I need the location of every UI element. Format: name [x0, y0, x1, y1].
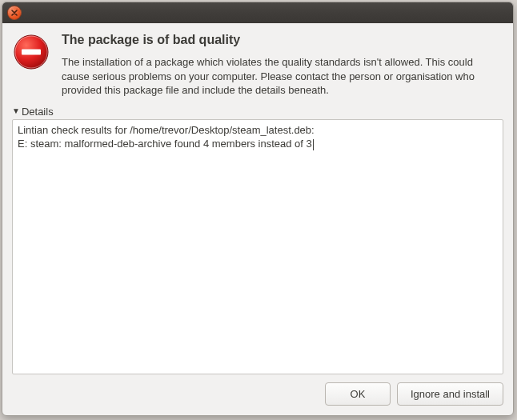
details-textarea[interactable]: Lintian check results for /home/trevor/D…: [12, 119, 503, 374]
dialog-message: The installation of a package which viol…: [62, 55, 503, 98]
dialog-window: The package is of bad quality The instal…: [2, 2, 514, 416]
details-expander[interactable]: ▼ Details: [12, 106, 503, 118]
details-line: E: steam: malformed-deb-archive found 4 …: [18, 137, 498, 151]
button-row: OK Ignore and install: [12, 382, 503, 406]
close-button[interactable]: [7, 6, 22, 20]
ok-button[interactable]: OK: [325, 382, 391, 406]
details-line: Lintian check results for /home/trevor/D…: [18, 123, 498, 138]
dialog-title: The package is of bad quality: [62, 33, 503, 47]
header-row: The package is of bad quality The instal…: [12, 33, 503, 98]
details-label: Details: [22, 106, 54, 118]
dialog-content: The package is of bad quality The instal…: [2, 23, 513, 415]
chevron-down-icon: ▼: [12, 107, 20, 115]
header-text: The package is of bad quality The instal…: [62, 33, 503, 98]
error-icon: [12, 33, 50, 71]
ignore-install-button[interactable]: Ignore and install: [397, 382, 503, 406]
titlebar: [2, 2, 513, 23]
close-icon: [11, 10, 18, 16]
svg-rect-2: [22, 50, 41, 55]
